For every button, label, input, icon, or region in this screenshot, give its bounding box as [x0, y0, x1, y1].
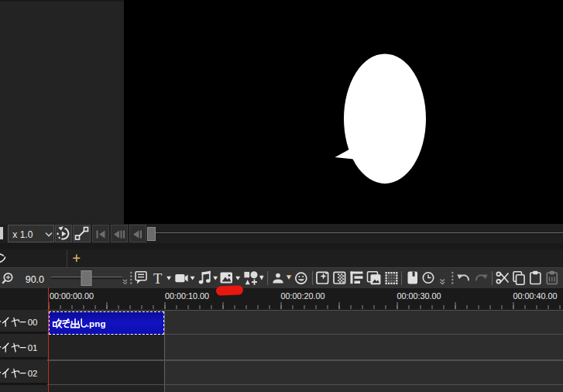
svg-text:90.0: 90.0 — [26, 274, 44, 285]
svg-text:T: T — [153, 271, 162, 287]
